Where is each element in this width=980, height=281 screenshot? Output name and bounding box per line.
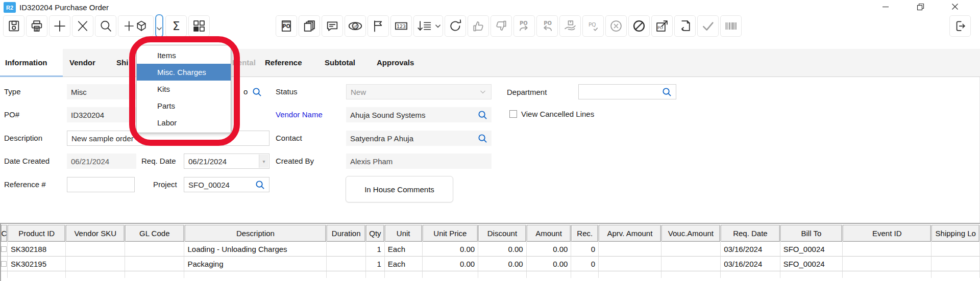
- cell-bill-to[interactable]: SFO_00024: [780, 257, 843, 271]
- cell-unit[interactable]: Each: [385, 257, 423, 271]
- po-number-field[interactable]: ID320204: [67, 107, 136, 122]
- flag-button[interactable]: [368, 15, 389, 37]
- approve-button[interactable]: [468, 15, 489, 37]
- tab-subtotal[interactable]: Subtotal: [325, 49, 355, 76]
- contact-field[interactable]: Satyendra P Ahuja: [346, 131, 492, 146]
- cell-unit[interactable]: Each: [385, 242, 423, 257]
- cell-discount[interactable]: [478, 271, 527, 278]
- cell-rec[interactable]: 0: [571, 242, 599, 257]
- add-line-items-button[interactable]: [118, 15, 154, 37]
- search-button[interactable]: [95, 15, 116, 37]
- reference-field[interactable]: [67, 177, 135, 192]
- minimize-button[interactable]: [874, 0, 897, 15]
- cell-gl-code[interactable]: [125, 257, 185, 271]
- cell-product-id[interactable]: SK302195: [8, 257, 66, 271]
- restore-button[interactable]: [909, 0, 932, 15]
- project-field[interactable]: SFO_00024: [184, 177, 270, 192]
- column-header-c[interactable]: C: [1, 225, 7, 242]
- column-header-duration[interactable]: Duration: [327, 225, 365, 242]
- barcode-button[interactable]: [720, 15, 742, 37]
- column-header-vouc-amount[interactable]: Vouc.Amount: [662, 225, 721, 242]
- reject-button[interactable]: [491, 15, 512, 37]
- po-send-button[interactable]: PO: [513, 15, 535, 37]
- search-icon[interactable]: [255, 180, 265, 190]
- column-header-product-id[interactable]: Product ID: [8, 225, 66, 242]
- cell-unit-price[interactable]: [423, 271, 479, 278]
- po-return-button[interactable]: PO: [536, 15, 558, 37]
- column-header-amount[interactable]: Amount: [527, 225, 571, 242]
- receive-button[interactable]: [559, 15, 581, 37]
- sort-button[interactable]: [413, 15, 443, 37]
- search-icon[interactable]: [478, 110, 487, 120]
- menu-item-kits[interactable]: Kits: [137, 81, 231, 97]
- row-select-cell[interactable]: [1, 271, 8, 278]
- add-button[interactable]: [49, 15, 70, 37]
- req-date-dropdown-button[interactable]: ▾: [259, 155, 268, 168]
- column-header-event-id[interactable]: Event ID: [843, 225, 931, 242]
- cell-description[interactable]: Loading - Unloading Charges: [184, 242, 327, 257]
- column-header-gl-code[interactable]: GL Code: [125, 225, 184, 242]
- cell-description[interactable]: [184, 271, 327, 278]
- menu-item-misc-charges[interactable]: Misc. Charges: [137, 64, 231, 81]
- cell-shipping-lo[interactable]: [932, 242, 980, 257]
- in-house-comments-button[interactable]: In House Comments: [346, 176, 453, 202]
- column-header-unit[interactable]: Unit: [385, 225, 422, 242]
- layout-button[interactable]: [188, 15, 210, 37]
- column-header-bill-to[interactable]: Bill To: [780, 225, 842, 242]
- view-cancelled-lines-checkbox[interactable]: [509, 110, 517, 118]
- cell-req-date[interactable]: 03/16/2024: [721, 257, 780, 271]
- tab-information[interactable]: Information: [0, 49, 63, 77]
- cell-rec[interactable]: [571, 271, 599, 278]
- cell-description[interactable]: Packaging: [184, 257, 327, 271]
- cancel-circle-button[interactable]: [605, 15, 627, 37]
- print-button[interactable]: [26, 15, 47, 37]
- search-icon[interactable]: [478, 134, 487, 143]
- column-header-vendor-sku[interactable]: Vendor SKU: [66, 225, 125, 242]
- cell-amount[interactable]: [527, 271, 572, 278]
- menu-item-items[interactable]: Items: [137, 47, 231, 64]
- search-icon[interactable]: [252, 87, 262, 99]
- tab-rental[interactable]: Rental: [232, 49, 256, 76]
- cell-discount[interactable]: 0.00: [478, 242, 527, 257]
- void-button[interactable]: [628, 15, 650, 37]
- cell-amount[interactable]: 0.00: [527, 257, 572, 271]
- cell-event-id[interactable]: [843, 242, 932, 257]
- menu-item-labor[interactable]: Labor: [137, 114, 231, 131]
- cell-bill-to[interactable]: SFO_00024: [780, 242, 843, 257]
- menu-item-parts[interactable]: Parts: [137, 97, 231, 114]
- req-date-field[interactable]: 06/21/2024 ▾: [184, 154, 270, 169]
- row-checkbox[interactable]: [1, 246, 7, 252]
- cell-bill-to[interactable]: [780, 271, 843, 278]
- cell-aprv-amount[interactable]: [599, 271, 661, 278]
- po-document-button[interactable]: PO: [276, 15, 297, 37]
- cell-vendor-sku[interactable]: [66, 271, 125, 278]
- column-header-aprv-amount[interactable]: Aprv. Amount: [599, 225, 660, 242]
- save-button[interactable]: [3, 15, 24, 37]
- cell-vouc-amount[interactable]: [662, 257, 721, 271]
- cell-unit-price[interactable]: 0.00: [423, 257, 479, 271]
- cell-product-id[interactable]: [8, 271, 66, 278]
- delete-button[interactable]: [72, 15, 93, 37]
- cell-shipping-lo[interactable]: [932, 271, 980, 278]
- cell-gl-code[interactable]: [125, 271, 185, 278]
- cell-vouc-amount[interactable]: [662, 271, 721, 278]
- cell-req-date[interactable]: [721, 271, 780, 278]
- row-checkbox[interactable]: [1, 261, 7, 267]
- cell-aprv-amount[interactable]: [599, 242, 661, 257]
- comments-button[interactable]: [322, 15, 343, 37]
- cell-event-id[interactable]: [843, 271, 932, 278]
- copy-button[interactable]: [299, 15, 320, 37]
- column-header-req-date[interactable]: Req. Date: [721, 225, 780, 242]
- tab-shi[interactable]: Shi: [116, 49, 128, 76]
- cell-req-date[interactable]: 03/16/2024: [721, 242, 780, 257]
- search-icon[interactable]: [662, 87, 672, 97]
- cell-vouc-amount[interactable]: [662, 242, 721, 257]
- cell-amount[interactable]: 0.00: [527, 242, 572, 257]
- po-export-button[interactable]: PO: [651, 15, 673, 37]
- doc-revert-button[interactable]: [674, 15, 696, 37]
- cell-product-id[interactable]: SK302188: [8, 242, 66, 257]
- cell-vendor-sku[interactable]: [66, 257, 125, 271]
- cell-qty[interactable]: [366, 271, 385, 278]
- vendor-name-label[interactable]: Vendor Name: [276, 107, 323, 122]
- numbering-button[interactable]: 123: [390, 15, 412, 37]
